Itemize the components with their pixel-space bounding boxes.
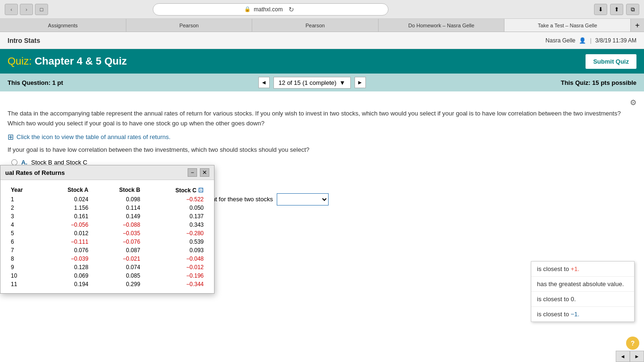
correlation-select-dropdown[interactable] xyxy=(277,193,329,206)
tab-pearson-1[interactable]: Pearson xyxy=(126,19,253,32)
user-icon: 👤 xyxy=(579,37,586,44)
bottom-prev-button[interactable]: ◄ xyxy=(616,351,630,362)
quiz-label: Quiz: xyxy=(8,55,32,67)
this-question-label: This Question: xyxy=(8,79,50,86)
tab-pearson-2[interactable]: Pearson xyxy=(252,19,379,32)
question-nav: This Question: 1 pt ◄ 12 of 15 (1 comple… xyxy=(0,74,644,91)
timestamp: 3/8/19 11:39 AM xyxy=(595,37,636,44)
quiz-header: Quiz: Chapter 4 & 5 Quiz Submit Quiz xyxy=(0,49,644,74)
table-link[interactable]: ⊞ Click the icon to view the table of an… xyxy=(8,132,636,141)
quiz-title: Quiz: Chapter 4 & 5 Quiz xyxy=(8,55,127,67)
modal-table-content: Year Stock A Stock B Stock C ⊡ 10.0240.0… xyxy=(0,180,214,293)
option-a-radio[interactable] xyxy=(11,159,17,165)
lock-icon: 🔒 xyxy=(244,6,251,12)
prev-question-button[interactable]: ◄ xyxy=(258,77,270,88)
url-text: mathxl.com xyxy=(254,6,282,13)
table-row: 10.0240.098−0.522 xyxy=(5,195,209,204)
tabs-bar: Assignments Pearson Pearson Do Homework … xyxy=(0,19,644,32)
question-text: The data in the accompanying table repre… xyxy=(8,109,636,129)
modal-minimize-button[interactable]: − xyxy=(188,168,197,177)
col-stock-a: Stock A xyxy=(42,185,94,195)
sub-question-text: If your goal is to have low correlation … xyxy=(8,146,636,153)
table-row: 110.1940.299−0.344 xyxy=(5,280,209,288)
modal-header: ual Rates of Returns − ✕ xyxy=(0,165,214,180)
col-stock-c: Stock C ⊡ xyxy=(146,185,209,195)
plus-sign: +1. xyxy=(571,265,579,272)
bottom-nav: ◄ ► xyxy=(616,351,644,362)
tab-do-homework[interactable]: Do Homework – Nasra Gelle xyxy=(379,19,505,32)
table-row: 90.1280.074−0.012 xyxy=(5,263,209,272)
table-row: 21.1560.1140.050 xyxy=(5,204,209,212)
quiz-name: Chapter 4 & 5 Quiz xyxy=(34,55,127,67)
table-link-text: Click the icon to view the table of annu… xyxy=(17,133,171,140)
this-quiz-info: This Quiz: 15 pts possible xyxy=(561,79,636,86)
counter-text: 12 of 15 (1 complete) xyxy=(279,79,337,86)
app-title: Intro Stats xyxy=(8,37,545,44)
table-row: 70.0760.0870.093 xyxy=(5,246,209,255)
modal-table-window: ual Rates of Returns − ✕ Year Stock A St… xyxy=(0,165,215,294)
counter-dropdown-arrow: ▼ xyxy=(339,79,346,86)
col-year: Year xyxy=(5,185,42,195)
this-quiz-points: 15 pts possible xyxy=(592,79,636,86)
dropdown-popup: is closest to +1. has the greatest absol… xyxy=(531,261,635,322)
this-question-points: 1 pt xyxy=(52,79,63,86)
this-question-info: This Question: 1 pt xyxy=(8,79,63,86)
table-row: 6−0.111−0.0760.539 xyxy=(5,238,209,246)
table-row: 30.1610.1490.137 xyxy=(5,212,209,221)
dropdown-item-2[interactable]: has the greatest absolute value. xyxy=(531,277,634,292)
submit-quiz-button[interactable]: Submit Quiz xyxy=(586,54,636,69)
expand-table-button[interactable]: ⊡ xyxy=(198,186,204,194)
tabs-icon[interactable]: ⧉ xyxy=(626,4,639,15)
this-quiz-label: This Quiz: xyxy=(561,79,591,86)
back-button[interactable]: ‹ xyxy=(5,4,18,15)
settings-icon[interactable]: ⚙ xyxy=(630,98,636,107)
app-header: Intro Stats Nasra Gelle 👤 | 3/8/19 11:39… xyxy=(0,32,644,49)
table-row: 4−0.056−0.0880.343 xyxy=(5,221,209,229)
dropdown-item-1[interactable]: is closest to +1. xyxy=(531,262,634,277)
table-row: 100.0690.085−0.196 xyxy=(5,272,209,280)
bottom-next-button[interactable]: ► xyxy=(630,351,644,362)
table-row: 8−0.039−0.021−0.048 xyxy=(5,255,209,263)
forward-button[interactable]: › xyxy=(20,4,33,15)
next-question-button[interactable]: ► xyxy=(355,77,366,88)
tab-assignments[interactable]: Assignments xyxy=(0,19,126,32)
window-button[interactable]: □ xyxy=(35,4,48,15)
dropdown-item-3[interactable]: is closest to 0. xyxy=(531,292,634,307)
separator: | xyxy=(590,37,591,44)
share-icon[interactable]: ⬆ xyxy=(610,4,623,15)
table-icon: ⊞ xyxy=(8,132,14,141)
table-row: 50.012−0.035−0.280 xyxy=(5,229,209,238)
reload-button[interactable]: ↻ xyxy=(286,4,297,15)
user-name: Nasra Gelle xyxy=(545,37,575,44)
modal-close-button[interactable]: ✕ xyxy=(200,168,209,177)
address-bar[interactable]: 🔒 mathxl.com ↻ xyxy=(153,3,388,16)
minus-sign: −1. xyxy=(571,311,579,318)
browser-chrome: ‹ › □ 🔒 mathxl.com ↻ ⬇ ⬆ ⧉ xyxy=(0,0,644,19)
tab-take-test[interactable]: Take a Test – Nasra Gelle xyxy=(504,19,631,32)
download-icon[interactable]: ⬇ xyxy=(594,4,607,15)
question-counter[interactable]: 12 of 15 (1 complete) ▼ xyxy=(273,77,351,89)
help-button[interactable]: ? xyxy=(626,337,639,350)
modal-title: ual Rates of Returns xyxy=(5,169,65,176)
data-table: Year Stock A Stock B Stock C ⊡ 10.0240.0… xyxy=(5,185,209,288)
col-stock-b: Stock B xyxy=(94,185,146,195)
dropdown-item-4[interactable]: is closest to −1. xyxy=(531,307,634,321)
tab-add-button[interactable]: + xyxy=(631,19,644,32)
